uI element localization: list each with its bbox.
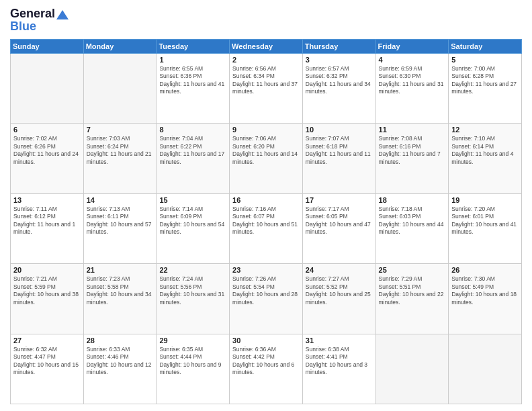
calendar-cell: 2Sunrise: 6:56 AMSunset: 6:34 PMDaylight… (230, 54, 303, 124)
day-info: Sunrise: 7:21 AMSunset: 5:59 PMDaylight:… (13, 275, 81, 306)
weekday-header-tuesday: Tuesday (157, 40, 230, 54)
day-info: Sunrise: 7:27 AMSunset: 5:52 PMDaylight:… (306, 275, 373, 306)
day-number: 13 (13, 196, 81, 204)
calendar-cell: 24Sunrise: 7:27 AMSunset: 5:52 PMDayligh… (302, 264, 375, 334)
svg-marker-0 (56, 10, 69, 19)
calendar-cell: 10Sunrise: 7:07 AMSunset: 6:18 PMDayligh… (302, 124, 375, 193)
day-number: 7 (87, 126, 154, 134)
day-info: Sunrise: 7:10 AMSunset: 6:14 PMDaylight:… (451, 135, 519, 166)
day-number: 14 (87, 196, 154, 204)
day-number: 6 (13, 126, 81, 134)
day-number: 2 (232, 56, 300, 64)
calendar-week-row: 27Sunrise: 6:32 AMSunset: 4:47 PMDayligh… (11, 334, 522, 404)
calendar-cell: 6Sunrise: 7:02 AMSunset: 6:26 PMDaylight… (11, 124, 84, 193)
weekday-header-monday: Monday (83, 40, 157, 54)
calendar-cell: 16Sunrise: 7:16 AMSunset: 6:07 PMDayligh… (230, 193, 303, 263)
day-number: 1 (159, 56, 226, 64)
day-number: 17 (306, 196, 373, 204)
calendar-cell: 15Sunrise: 7:14 AMSunset: 6:09 PMDayligh… (157, 193, 230, 263)
day-info: Sunrise: 7:29 AMSunset: 5:51 PMDaylight:… (379, 275, 446, 306)
day-info: Sunrise: 6:33 AMSunset: 4:46 PMDaylight:… (87, 346, 154, 377)
calendar-cell: 22Sunrise: 7:24 AMSunset: 5:56 PMDayligh… (157, 264, 230, 334)
weekday-header-sunday: Sunday (11, 40, 84, 54)
weekday-header-friday: Friday (375, 40, 449, 54)
calendar-cell: 25Sunrise: 7:29 AMSunset: 5:51 PMDayligh… (375, 264, 449, 334)
day-number: 16 (232, 196, 300, 204)
calendar-cell-empty (83, 54, 157, 124)
day-info: Sunrise: 7:03 AMSunset: 6:24 PMDaylight:… (87, 135, 154, 166)
day-info: Sunrise: 7:04 AMSunset: 6:22 PMDaylight:… (159, 135, 226, 166)
day-info: Sunrise: 7:11 AMSunset: 6:12 PMDaylight:… (13, 205, 81, 236)
weekday-header-saturday: Saturday (449, 40, 522, 54)
day-number: 8 (159, 126, 226, 134)
calendar-cell: 4Sunrise: 6:59 AMSunset: 6:30 PMDaylight… (375, 54, 449, 124)
calendar-cell: 3Sunrise: 6:57 AMSunset: 6:32 PMDaylight… (302, 54, 375, 124)
day-info: Sunrise: 7:30 AMSunset: 5:49 PMDaylight:… (451, 275, 519, 306)
day-info: Sunrise: 6:32 AMSunset: 4:47 PMDaylight:… (13, 346, 81, 377)
day-info: Sunrise: 7:18 AMSunset: 6:03 PMDaylight:… (379, 205, 446, 236)
day-info: Sunrise: 6:55 AMSunset: 6:36 PMDaylight:… (159, 65, 226, 96)
day-info: Sunrise: 6:38 AMSunset: 4:41 PMDaylight:… (306, 346, 373, 377)
calendar-cell: 5Sunrise: 7:00 AMSunset: 6:28 PMDaylight… (449, 54, 522, 124)
day-number: 18 (379, 196, 446, 204)
day-number: 29 (159, 336, 226, 345)
day-number: 24 (306, 266, 373, 274)
logo-triangle-icon (56, 10, 69, 19)
page: General Blue SundayMondayTuesdayWednesda… (0, 0, 532, 411)
calendar-cell: 21Sunrise: 7:23 AMSunset: 5:58 PMDayligh… (83, 264, 157, 334)
calendar-cell-empty (375, 334, 449, 404)
day-number: 4 (379, 56, 446, 64)
day-info: Sunrise: 7:06 AMSunset: 6:20 PMDaylight:… (232, 135, 300, 166)
day-info: Sunrise: 7:08 AMSunset: 6:16 PMDaylight:… (379, 135, 446, 166)
logo-general: General (10, 7, 55, 21)
header: General Blue (10, 7, 522, 34)
calendar-week-row: 20Sunrise: 7:21 AMSunset: 5:59 PMDayligh… (11, 264, 522, 334)
calendar-week-row: 1Sunrise: 6:55 AMSunset: 6:36 PMDaylight… (11, 54, 522, 124)
day-info: Sunrise: 7:13 AMSunset: 6:11 PMDaylight:… (87, 205, 154, 236)
weekday-header-row: SundayMondayTuesdayWednesdayThursdayFrid… (11, 40, 522, 54)
day-info: Sunrise: 7:26 AMSunset: 5:54 PMDaylight:… (232, 275, 300, 306)
day-number: 25 (379, 266, 446, 274)
day-number: 23 (232, 266, 300, 274)
day-number: 9 (232, 126, 300, 134)
day-info: Sunrise: 7:00 AMSunset: 6:28 PMDaylight:… (451, 65, 519, 96)
day-number: 20 (13, 266, 81, 274)
calendar-cell: 20Sunrise: 7:21 AMSunset: 5:59 PMDayligh… (11, 264, 84, 334)
day-info: Sunrise: 7:20 AMSunset: 6:01 PMDaylight:… (451, 205, 519, 236)
day-number: 3 (306, 56, 373, 64)
day-info: Sunrise: 6:57 AMSunset: 6:32 PMDaylight:… (306, 65, 373, 96)
day-info: Sunrise: 7:17 AMSunset: 6:05 PMDaylight:… (306, 205, 373, 236)
calendar-cell: 31Sunrise: 6:38 AMSunset: 4:41 PMDayligh… (302, 334, 375, 404)
calendar-cell: 23Sunrise: 7:26 AMSunset: 5:54 PMDayligh… (230, 264, 303, 334)
day-number: 26 (451, 266, 519, 274)
day-number: 28 (87, 336, 154, 345)
calendar-cell-empty (449, 334, 522, 404)
calendar-cell: 14Sunrise: 7:13 AMSunset: 6:11 PMDayligh… (83, 193, 157, 263)
calendar-cell: 19Sunrise: 7:20 AMSunset: 6:01 PMDayligh… (449, 193, 522, 263)
calendar-cell: 8Sunrise: 7:04 AMSunset: 6:22 PMDaylight… (157, 124, 230, 193)
calendar-cell: 28Sunrise: 6:33 AMSunset: 4:46 PMDayligh… (83, 334, 157, 404)
day-number: 22 (159, 266, 226, 274)
calendar-cell: 17Sunrise: 7:17 AMSunset: 6:05 PMDayligh… (302, 193, 375, 263)
day-number: 27 (13, 336, 81, 345)
day-info: Sunrise: 7:07 AMSunset: 6:18 PMDaylight:… (306, 135, 373, 166)
calendar-cell: 26Sunrise: 7:30 AMSunset: 5:49 PMDayligh… (449, 264, 522, 334)
day-number: 19 (451, 196, 519, 204)
calendar-cell: 30Sunrise: 6:36 AMSunset: 4:42 PMDayligh… (230, 334, 303, 404)
day-number: 30 (232, 336, 300, 345)
day-info: Sunrise: 7:14 AMSunset: 6:09 PMDaylight:… (159, 205, 226, 236)
calendar-cell: 29Sunrise: 6:35 AMSunset: 4:44 PMDayligh… (157, 334, 230, 404)
calendar-cell: 11Sunrise: 7:08 AMSunset: 6:16 PMDayligh… (375, 124, 449, 193)
day-info: Sunrise: 7:24 AMSunset: 5:56 PMDaylight:… (159, 275, 226, 306)
calendar-cell: 18Sunrise: 7:18 AMSunset: 6:03 PMDayligh… (375, 193, 449, 263)
calendar-cell: 7Sunrise: 7:03 AMSunset: 6:24 PMDaylight… (83, 124, 157, 193)
day-info: Sunrise: 7:16 AMSunset: 6:07 PMDaylight:… (232, 205, 300, 236)
calendar-week-row: 13Sunrise: 7:11 AMSunset: 6:12 PMDayligh… (11, 193, 522, 263)
calendar-cell: 9Sunrise: 7:06 AMSunset: 6:20 PMDaylight… (230, 124, 303, 193)
calendar-cell: 27Sunrise: 6:32 AMSunset: 4:47 PMDayligh… (11, 334, 84, 404)
day-info: Sunrise: 6:59 AMSunset: 6:30 PMDaylight:… (379, 65, 446, 96)
calendar-week-row: 6Sunrise: 7:02 AMSunset: 6:26 PMDaylight… (11, 124, 522, 193)
logo-blue: Blue (10, 19, 36, 34)
calendar-cell-empty (11, 54, 84, 124)
calendar-cell: 13Sunrise: 7:11 AMSunset: 6:12 PMDayligh… (11, 193, 84, 263)
